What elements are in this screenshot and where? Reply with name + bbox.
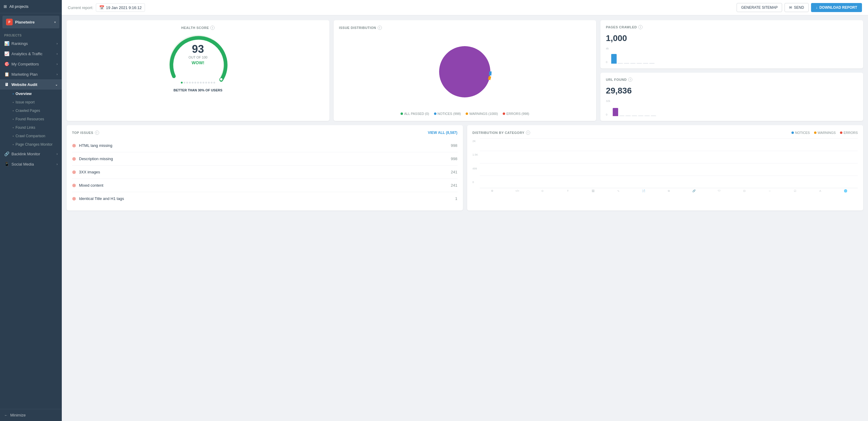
bar — [630, 63, 636, 64]
gauge-score: 93 — [188, 43, 207, 56]
subnav-found-links[interactable]: Found Links — [8, 123, 62, 132]
bar — [611, 54, 617, 64]
bar — [613, 108, 618, 116]
project-name: Planetwire — [15, 20, 52, 24]
url-found-card: URL FOUND i 29,836 32k 0 — [600, 73, 863, 121]
pie-chart — [436, 43, 493, 100]
subnav-crawl-comparison[interactable]: Crawl Comparison — [8, 132, 62, 140]
minimize-button[interactable]: ← Minimize — [0, 409, 62, 421]
x-axis: ⚙ </> ⊙ T 🖼 ∿ 📄 ⧉ 🔗 🛡 ⊡ ↔ ☑ — [480, 189, 858, 193]
health-score-title: HEALTH SCORE i — [181, 26, 215, 30]
y-axis-max: 32k — [606, 99, 610, 102]
subnav-overview[interactable]: Overview — [8, 90, 62, 98]
y-axis-max: 4k — [606, 47, 609, 50]
current-report-label: Current report: — [68, 5, 93, 10]
sidebar-all-projects[interactable]: ⊞ All projects — [0, 0, 62, 13]
y-label: 1.5K — [472, 153, 478, 156]
legend-dot — [466, 113, 468, 115]
legend-dot — [434, 113, 436, 115]
url-found-info-icon[interactable]: i — [628, 78, 632, 82]
subnav-crawled-pages[interactable]: Crawled Pages — [8, 107, 62, 115]
bars-area — [480, 139, 858, 188]
legend-notices: NOTICES (998) — [434, 112, 461, 116]
download-report-button[interactable]: ↓ DOWNLOAD REPORT — [811, 3, 862, 12]
subnav-label: Crawled Pages — [16, 109, 40, 113]
subnav-label: Issue report — [16, 100, 35, 104]
pie-container — [339, 34, 591, 110]
sidebar-item-label: Marketing Plan — [11, 72, 54, 77]
warnings-legend: WARNINGS — [814, 131, 836, 134]
bar-chart: 2K 1.5K 499 0 — [472, 139, 858, 193]
subnav-label: Found Resources — [16, 117, 44, 121]
x-label: ⊙ — [530, 189, 555, 193]
sidebar-item-backlink[interactable]: 🔗 Backlink Monitor › — [0, 149, 62, 159]
issue-name: Description missing — [79, 156, 448, 161]
main-content: Current report: 📅 19 Jan 2021 9:16:12 GE… — [62, 0, 868, 421]
health-info-icon[interactable]: i — [210, 26, 215, 30]
x-label: A — [808, 189, 833, 193]
sidebar-item-label: My Competitors — [11, 62, 54, 66]
issue-row: ⊗ Identical Title and H1 tags 1 — [72, 192, 458, 205]
download-icon: ↓ — [816, 5, 818, 10]
bar — [618, 63, 623, 64]
y-axis-min: 0 — [606, 113, 610, 116]
top-issues-title: TOP ISSUES i — [72, 130, 99, 135]
subnav-found-resources[interactable]: Found Resources — [8, 115, 62, 123]
error-circle-icon: ⊗ — [72, 169, 76, 175]
subnav-label: Page Changes Monitor — [16, 142, 53, 147]
bar — [632, 116, 637, 116]
chevron-right-icon: › — [57, 52, 58, 56]
bottom-row: TOP ISSUES i VIEW ALL (8,587) ⊗ HTML lan… — [67, 125, 863, 210]
url-found-chart — [613, 101, 858, 116]
grid-icon: ⊞ — [4, 4, 7, 9]
x-label: 📄 — [631, 189, 656, 193]
sidebar: ⊞ All projects P Planetwire ▾ PROJECTS 📊… — [0, 0, 62, 421]
pages-crawled-info-icon[interactable]: i — [638, 25, 643, 29]
generate-sitemap-button[interactable]: GENERATE SITEMAP — [737, 3, 782, 12]
issue-name: Identical Title and H1 tags — [79, 196, 452, 201]
chevron-right-icon: › — [57, 62, 58, 66]
subnav-issue-report[interactable]: Issue report — [8, 98, 62, 107]
sidebar-item-audit[interactable]: 🖥 Website Audit ⌄ — [0, 79, 62, 90]
issue-dist-info-icon[interactable]: i — [378, 26, 382, 30]
pages-crawled-value: 1,000 — [606, 33, 858, 43]
send-button[interactable]: ✉ SEND — [784, 3, 808, 12]
content-area: HEALTH SCORE i 93 OUT OF 100 — [62, 16, 868, 421]
view-all-button[interactable]: VIEW ALL (8,587) — [428, 130, 457, 135]
issue-name: Mixed content — [79, 183, 448, 188]
sidebar-item-label: Rankings — [11, 41, 54, 46]
all-projects-label: All projects — [9, 4, 29, 9]
x-label: ⚙ — [480, 189, 504, 193]
mail-icon: ✉ — [789, 5, 792, 10]
sidebar-item-analytics[interactable]: 📈 Analytics & Traffic › — [0, 49, 62, 59]
bar — [619, 116, 624, 116]
sidebar-item-label: Website Audit — [11, 82, 53, 87]
sidebar-item-rankings[interactable]: 📊 Rankings › — [0, 38, 62, 49]
subnav-page-changes[interactable]: Page Changes Monitor — [8, 140, 62, 149]
dist-info-icon[interactable]: i — [526, 130, 530, 135]
sidebar-item-competitors[interactable]: 🎯 My Competitors › — [0, 59, 62, 69]
x-label: ↔ — [757, 189, 782, 193]
error-circle-icon: ⊗ — [72, 143, 76, 148]
url-found-title: URL FOUND i — [606, 78, 858, 82]
x-label: ⧉ — [656, 189, 681, 193]
issue-distribution-card: ISSUE DISTRIBUTION i ALL PASSED (0) — [334, 20, 596, 121]
pages-crawled-card: PAGES CRAWLED i 1,000 4k 0 — [600, 20, 863, 68]
chevron-right-icon: › — [57, 42, 58, 45]
sidebar-item-label: Social Media — [11, 162, 54, 167]
y-axis: 2K 1.5K 499 0 — [472, 139, 478, 184]
sidebar-item-social[interactable]: 📱 Social Media › — [0, 159, 62, 169]
sidebar-item-marketing[interactable]: 📋 Marketing Plan › — [0, 69, 62, 79]
arrow-left-icon: ← — [4, 413, 8, 417]
chevron-down-icon: ▾ — [54, 21, 56, 24]
project-selector[interactable]: P Planetwire ▾ — [2, 16, 59, 28]
error-circle-icon: ⊗ — [72, 156, 76, 162]
y-label: 0 — [472, 181, 478, 184]
pages-crawled-title: PAGES CRAWLED i — [606, 25, 858, 29]
report-date[interactable]: 📅 19 Jan 2021 9:16:12 — [96, 3, 145, 12]
competitors-icon: 🎯 — [4, 62, 9, 66]
dist-header: DISTRIBUTION BY CATEGORY i NOTICES WARNI… — [472, 130, 858, 135]
issue-name: 3XX images — [79, 170, 448, 174]
report-info: Current report: 📅 19 Jan 2021 9:16:12 — [68, 3, 145, 12]
top-issues-info-icon[interactable]: i — [95, 130, 99, 135]
